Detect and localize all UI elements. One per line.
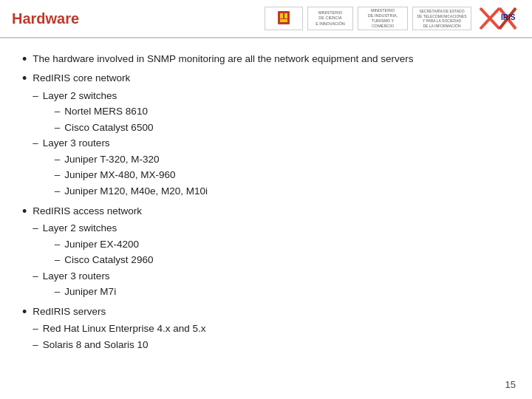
list-item: – Red Hat Linux Enterprise 4.x and 5.x [33, 321, 205, 337]
list-item: – Layer 2 switches – Juniper EX-4200 – [33, 220, 153, 268]
list-item: – Nortel MERS 8610 [55, 103, 154, 120]
bullet-icon: • [22, 52, 27, 66]
list-item: – Layer 2 switches – Nortel MERS 8610 – [33, 88, 208, 136]
dash-icon: – [55, 167, 61, 183]
inner-list: – Juniper T-320, M-320 – Juniper MX-480,… [43, 151, 208, 200]
logo-secretaria: SECRETARÍA DE ESTADODE TELECOMUNICACIONE… [412, 7, 471, 30]
inner-list: – Nortel MERS 8610 – Cisco Catalyst 6500 [43, 103, 154, 135]
bullet-icon: • [22, 72, 27, 85]
item-text: Juniper EX-4200 [64, 236, 139, 253]
header: Hardware MINISTERIODE CIENCIAE INNOVACIÓ… [0, 0, 532, 38]
list-item: – Layer 3 routers – Juniper M7i [33, 268, 153, 300]
list-item: – Cisco Catalyst 6500 [55, 120, 154, 136]
item-text: Cisco Catalyst 6500 [64, 120, 153, 136]
list-item: – Solaris 8 and Solaris 10 [33, 337, 205, 353]
dash-icon: – [33, 135, 38, 151]
bullet-list: • The hardware involved in SNMP monitori… [22, 52, 510, 352]
bullet-text: RedIRIS servers [33, 306, 106, 317]
list-item: • The hardware involved in SNMP monitori… [22, 52, 510, 66]
logo-industria: MINISTERIODE INDUSTRIA,TURISMO Y COMERCI… [358, 7, 408, 30]
dash-icon: – [55, 252, 61, 268]
svg-rect-2 [284, 13, 287, 18]
svg-rect-0 [278, 11, 290, 24]
dash-icon: – [33, 321, 38, 337]
list-item: • RedIRIS servers – Red Hat Linux Enterp… [22, 304, 510, 352]
logo-gobierno [265, 7, 303, 30]
list-item: – Juniper T-320, M-320 [55, 151, 208, 168]
list-item: • RedIRIS access network – Layer 2 switc… [22, 204, 510, 300]
dash-icon: – [55, 103, 61, 120]
page-number: 15 [505, 379, 516, 390]
inner-list: – Juniper EX-4200 – Cisco Catalyst 2960 [43, 236, 154, 268]
item-text: Juniper MX-480, MX-960 [64, 167, 175, 183]
item-text: Solaris 8 and Solaris 10 [43, 337, 149, 353]
nested-sub-list: – Layer 2 switches – Juniper EX-4200 – [33, 220, 153, 300]
list-item: – Juniper M120, M40e, M20, M10i [55, 183, 208, 200]
dash-icon: – [33, 268, 38, 284]
page-title: Hardware [12, 10, 79, 27]
list-item: – Layer 3 routers – Juniper T-320, M-320… [33, 135, 208, 199]
dash-icon: – [33, 220, 38, 236]
item-text: Red Hat Linux Enterprise 4.x and 5.x [43, 321, 206, 337]
sub-label: Layer 2 switches [43, 222, 117, 233]
bullet-text: RedIRIS core network [33, 72, 130, 83]
logo-ciencia: MINISTERIODE CIENCIAE INNOVACIÓN [307, 7, 353, 30]
item-text: Juniper M7i [64, 284, 116, 300]
sub-label: Layer 3 routers [43, 137, 110, 149]
main-content: • The hardware involved in SNMP monitori… [0, 38, 532, 364]
list-item: – Juniper M7i [55, 284, 116, 300]
item-text: Cisco Catalyst 2960 [64, 252, 153, 268]
sub-label: Layer 2 switches [43, 90, 117, 101]
dash-icon: – [55, 236, 61, 253]
list-item: • RedIRIS core network – Layer 2 switche… [22, 71, 510, 199]
bullet-text: The hardware involved in SNMP monitoring… [33, 52, 413, 66]
bullet-text: RedIRIS access network [33, 205, 142, 216]
list-item: – Cisco Catalyst 2960 [55, 252, 154, 268]
item-text: Juniper M120, M40e, M20, M10i [64, 183, 208, 200]
logo-iris: IRIS [476, 5, 520, 32]
item-text: Juniper T-320, M-320 [64, 151, 159, 168]
bullet-icon: • [22, 305, 27, 318]
nested-sub-list: – Red Hat Linux Enterprise 4.x and 5.x –… [33, 321, 205, 352]
dash-icon: – [55, 183, 61, 200]
dash-icon: – [33, 337, 38, 353]
inner-list: – Juniper M7i [43, 284, 116, 300]
svg-rect-1 [280, 13, 283, 18]
dash-icon: – [33, 88, 38, 104]
dash-icon: – [55, 284, 61, 300]
dash-icon: – [55, 151, 61, 168]
list-item: – Juniper MX-480, MX-960 [55, 167, 208, 183]
svg-rect-3 [280, 19, 287, 22]
nested-sub-list: – Layer 2 switches – Nortel MERS 8610 – [33, 88, 208, 200]
item-text: Nortel MERS 8610 [64, 103, 148, 120]
list-item: – Juniper EX-4200 [55, 236, 154, 253]
bullet-icon: • [22, 205, 27, 218]
dash-icon: – [55, 120, 61, 136]
svg-text:IRIS: IRIS [501, 13, 516, 21]
logos-area: MINISTERIODE CIENCIAE INNOVACIÓN MINISTE… [265, 5, 520, 32]
sub-label: Layer 3 routers [43, 270, 110, 282]
